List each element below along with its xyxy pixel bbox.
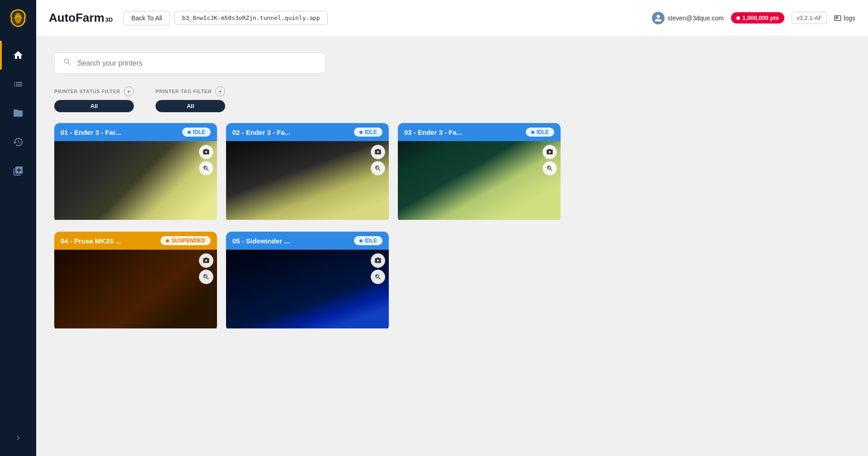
- user-avatar-icon: [652, 12, 665, 24]
- version-label: v3.2.1-AF: [792, 12, 827, 24]
- status-dot-01: [188, 131, 191, 134]
- printer-name-01: 01 - Ender 3 - Far...: [61, 128, 121, 136]
- status-dot-04: [166, 239, 169, 242]
- cam-zoom-btn-02[interactable]: [371, 161, 385, 176]
- printer-cam-01: [54, 141, 217, 220]
- status-label-04: SUSPENDED: [171, 238, 205, 244]
- printer-card-01[interactable]: 01 - Ender 3 - Far... IDLE: [54, 123, 217, 223]
- printer-card-04[interactable]: 04 - Prusa MK3S ... SUSPENDED: [54, 232, 217, 331]
- status-filter-all-button[interactable]: All: [54, 100, 134, 112]
- cam-zoom-btn-05[interactable]: [371, 270, 385, 284]
- printer-grid: 01 - Ender 3 - Far... IDLE 02 - Ender 3 …: [54, 123, 561, 331]
- app-brand: AutoFarm3D: [49, 11, 113, 25]
- logs-label: logs: [844, 14, 855, 22]
- svg-point-1: [14, 13, 22, 24]
- tag-filter-label: PRINTER TAG FILTER +: [156, 86, 225, 96]
- status-filter-add-button[interactable]: +: [124, 86, 134, 96]
- sidebar-item-history[interactable]: [0, 128, 36, 157]
- printer-cam-02: [226, 141, 389, 220]
- search-bar: [54, 52, 326, 74]
- header-right: steven@3dque.com 1,000,000 pts v3.2.1-AF…: [652, 12, 855, 24]
- search-input[interactable]: [77, 59, 317, 67]
- cam-icons-02: [371, 145, 385, 176]
- printer-card-header-03: 03 - Ender 3 - Fa... IDLE: [398, 123, 561, 141]
- printer-name-04: 04 - Prusa MK3S ...: [61, 237, 121, 245]
- sidebar-item-grid[interactable]: [0, 157, 36, 185]
- status-filter-group: PRINTER STATUS FILTER + All: [54, 86, 134, 112]
- cam-capture-btn-05[interactable]: [371, 253, 385, 268]
- tag-filter-group: PRINTER TAG FILTER + All: [156, 86, 225, 112]
- status-dot-03: [531, 131, 534, 134]
- printer-card-header-05: 05 - Sidewinder ... IDLE: [226, 232, 389, 250]
- cam-zoom-btn-03[interactable]: [542, 161, 557, 176]
- search-icon: [63, 57, 72, 69]
- sidebar-logo: [0, 0, 36, 36]
- filters-row: PRINTER STATUS FILTER + All PRINTER TAG …: [54, 86, 850, 112]
- printer-card-05[interactable]: 05 - Sidewinder ... IDLE: [226, 232, 389, 331]
- cam-icons-05: [371, 253, 385, 284]
- tag-filter-all-button[interactable]: All: [156, 100, 225, 112]
- cam-capture-btn-04[interactable]: [199, 253, 213, 268]
- cam-zoom-btn-04[interactable]: [199, 270, 213, 284]
- tunnel-url: b3_8nwIcJK-m50s3oRZjn.tunnel.quinly.app: [175, 11, 328, 25]
- pts-badge: 1,000,000 pts: [731, 12, 784, 24]
- cam-icons-04: [199, 253, 213, 284]
- cam-icons-01: [199, 145, 213, 176]
- header: AutoFarm3D Back To All b3_8nwIcJK-m50s3o…: [36, 0, 868, 36]
- main-wrapper: AutoFarm3D Back To All b3_8nwIcJK-m50s3o…: [36, 0, 868, 456]
- cam-icons-03: [542, 145, 557, 176]
- sidebar-item-list[interactable]: [0, 70, 36, 99]
- printer-card-header-02: 02 - Ender 3 - Fa... IDLE: [226, 123, 389, 141]
- printer-cam-04: [54, 250, 217, 328]
- cam-capture-btn-02[interactable]: [371, 145, 385, 159]
- sidebar-item-folder[interactable]: [0, 99, 36, 128]
- cam-bg-03: [398, 141, 561, 220]
- user-email: steven@3dque.com: [667, 14, 724, 22]
- status-dot-05: [359, 239, 363, 242]
- printer-card-02[interactable]: 02 - Ender 3 - Fa... IDLE: [226, 123, 389, 223]
- cam-capture-btn-03[interactable]: [542, 145, 557, 159]
- printer-name-05: 05 - Sidewinder ...: [232, 237, 290, 245]
- status-label-02: IDLE: [365, 129, 377, 135]
- status-filter-label: PRINTER STATUS FILTER +: [54, 86, 134, 96]
- printer-card-header-01: 01 - Ender 3 - Far... IDLE: [54, 123, 217, 141]
- sidebar-item-home[interactable]: [0, 41, 36, 70]
- cam-bg-04: [54, 250, 217, 328]
- status-dot-02: [359, 131, 363, 134]
- printer-name-03: 03 - Ender 3 - Fa...: [404, 128, 462, 136]
- cam-bg-02: [226, 141, 389, 220]
- cam-capture-btn-01[interactable]: [199, 145, 213, 159]
- status-label-05: IDLE: [365, 238, 377, 244]
- printer-name-02: 02 - Ender 3 - Fa...: [232, 128, 290, 136]
- cam-bg-01: [54, 141, 217, 220]
- user-info: steven@3dque.com: [652, 12, 724, 24]
- sidebar: [0, 0, 36, 456]
- sidebar-expand-button[interactable]: [0, 427, 36, 449]
- pts-value: 1,000,000 pts: [742, 14, 779, 21]
- brand-name: AutoFarm: [49, 11, 104, 25]
- cam-zoom-btn-01[interactable]: [199, 161, 213, 176]
- status-badge-02: IDLE: [354, 128, 382, 137]
- printer-cam-03: [398, 141, 561, 220]
- printer-card-header-04: 04 - Prusa MK3S ... SUSPENDED: [54, 232, 217, 250]
- printer-cam-05: [226, 250, 389, 328]
- printer-card-03[interactable]: 03 - Ender 3 - Fa... IDLE: [398, 123, 561, 223]
- cam-bg-05: [226, 250, 389, 328]
- sidebar-nav: [0, 41, 36, 427]
- status-label-01: IDLE: [193, 129, 205, 135]
- back-to-all-button[interactable]: Back To All: [123, 11, 170, 25]
- logs-button[interactable]: logs: [834, 14, 855, 22]
- status-badge-04: SUSPENDED: [160, 236, 211, 245]
- status-badge-03: IDLE: [526, 128, 554, 137]
- status-label-03: IDLE: [537, 129, 549, 135]
- status-badge-05: IDLE: [354, 236, 382, 245]
- brand-sup: 3D: [105, 16, 113, 23]
- status-badge-01: IDLE: [182, 128, 211, 137]
- pts-dot: [736, 16, 740, 20]
- tag-filter-add-button[interactable]: +: [215, 86, 225, 96]
- main-content: PRINTER STATUS FILTER + All PRINTER TAG …: [36, 36, 868, 456]
